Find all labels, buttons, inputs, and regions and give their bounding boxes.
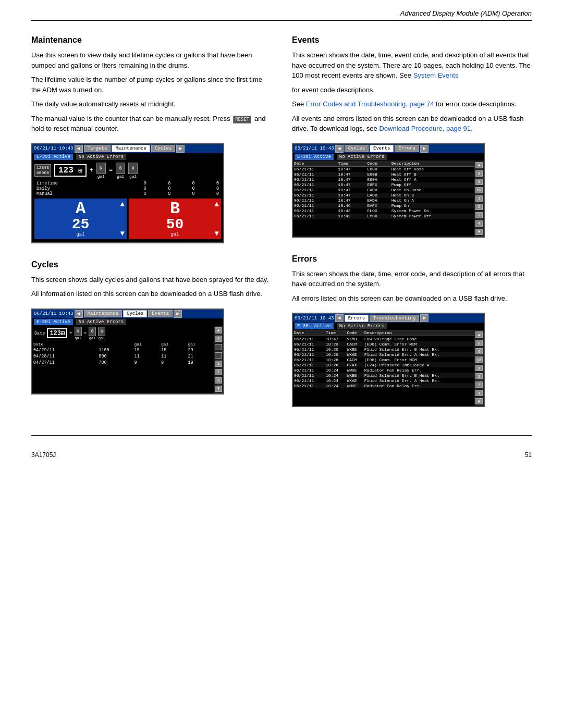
errors-fwd-btn[interactable]: ► bbox=[420, 314, 429, 322]
maint-tab-targets[interactable]: Targets bbox=[84, 145, 111, 152]
errors-scroll-8[interactable]: 8 bbox=[475, 340, 483, 346]
errors-scroll-1[interactable]: 1 bbox=[475, 365, 483, 371]
maint-status-active: E-30i Active bbox=[34, 154, 73, 160]
pump-b-up[interactable]: ▲ bbox=[215, 200, 219, 208]
errors-scroll-10[interactable]: 10 bbox=[475, 356, 483, 363]
download-link[interactable]: Download Procedure, page 91. bbox=[379, 125, 472, 132]
events-tab-events[interactable]: Events bbox=[370, 145, 394, 152]
table-row: 04/29/11 1100 15 15 29 bbox=[32, 347, 214, 353]
errors-tab-troubleshooting[interactable]: Troubleshooting bbox=[370, 315, 419, 322]
events-scroll-9[interactable]: 9 bbox=[475, 179, 483, 185]
maint-table: Lifetime 0 0 0 0 Daily 0 0 0 0 Manua bbox=[34, 181, 221, 196]
table-row: 04/27/11 700 9 9 19 bbox=[32, 360, 214, 366]
cycles-para-1: This screen shows daily cycles and gallo… bbox=[31, 275, 271, 285]
events-para-1: This screen shows the date, time, event … bbox=[292, 50, 532, 81]
events-para-2: for event code descriptions. bbox=[292, 85, 532, 95]
maintenance-para-2: The lifetime value is the number of pump… bbox=[31, 75, 271, 95]
cycles-scroll-up[interactable]: ▲ bbox=[215, 327, 222, 334]
table-row: Manual 0 0 0 0 bbox=[34, 191, 221, 196]
errors-screen-header: 06/21/11 10:43 ◄ Errors Troubleshooting … bbox=[293, 314, 484, 323]
table-row: 06/21/1110:46EAPXPump On bbox=[293, 203, 474, 208]
cycles-tab-events[interactable]: Events bbox=[148, 310, 172, 317]
maint-screen-header: 06/21/11 10:43 ◄ Targets Maintenance Cyc… bbox=[32, 144, 223, 153]
maintenance-para-4: The manual value is the counter that can… bbox=[31, 114, 271, 134]
events-scroll-4[interactable]: 4 bbox=[475, 220, 483, 227]
events-body: Date Time Code Description 06/21/1110:47… bbox=[293, 161, 484, 237]
table-row: 06/21/1110:26P7AX(E24) Pressure Imbalanc… bbox=[293, 362, 474, 367]
pump-b-display: ▲ B 50 gal ▼ bbox=[129, 199, 221, 239]
drum-icon-3: 🛢 bbox=[128, 163, 138, 174]
table-row: 06/21/1110:47E80HHeat Off Hose bbox=[293, 166, 474, 172]
maint-back-btn[interactable]: ◄ bbox=[75, 145, 83, 153]
pump-b-down[interactable]: ▼ bbox=[215, 229, 219, 238]
cycles-tab-cycles[interactable]: Cycles bbox=[123, 310, 147, 317]
cycles-drum-3: 🛢 bbox=[98, 327, 105, 336]
table-row: 06/21/1110:29CACM(E06) Comm. Error MCM bbox=[293, 341, 474, 347]
events-scroll-8[interactable]: 8 bbox=[475, 170, 483, 177]
table-row: 06/21/1110:47E60BHeat Off B bbox=[293, 172, 474, 177]
pump-a-display: ▲ A 25 gal ▼ bbox=[34, 199, 127, 239]
errors-status-active: E-30i Active bbox=[295, 323, 334, 329]
errors-para-2: All errors listed on this screen can be … bbox=[292, 293, 532, 304]
big-counter: 123 ⊞ bbox=[54, 164, 87, 177]
drum-icon-2: 🛢 bbox=[116, 163, 125, 174]
pump-a-up[interactable]: ▲ bbox=[120, 200, 125, 208]
cycles-tab-maint[interactable]: Maintenance bbox=[84, 310, 122, 317]
errors-scroll: ▲ 8 9 10 1 2 3 4 ▼ bbox=[474, 330, 484, 406]
events-tab-errors[interactable]: Errors bbox=[395, 145, 419, 152]
counter-box: 12345 00000 bbox=[34, 164, 51, 176]
errors-scroll-4[interactable]: 4 bbox=[475, 390, 483, 396]
footer-right: 51 bbox=[525, 451, 532, 459]
cycles-drum-1: 🛢 bbox=[75, 327, 82, 336]
table-row: 06/21/1110:26WKAEFluid Solenoid Err. A H… bbox=[293, 352, 474, 357]
cycles-back-btn[interactable]: ◄ bbox=[75, 310, 83, 318]
cycles-scroll-3[interactable]: 3 bbox=[215, 377, 222, 384]
errors-status-row: E-30i Active No Active Errors bbox=[293, 323, 484, 330]
maint-status-row: E-30i Active No Active Errors bbox=[32, 153, 223, 161]
cycles-table: Date gal gal gal 04/29/11 1100 bbox=[32, 341, 214, 366]
errors-tab-errors[interactable]: Errors bbox=[345, 315, 369, 322]
events-back-btn[interactable]: ◄ bbox=[335, 145, 344, 153]
table-row: Daily 0 0 0 0 bbox=[34, 186, 221, 191]
events-scroll-down[interactable]: ▼ bbox=[475, 229, 483, 235]
error-codes-link[interactable]: Error Codes and Troubleshooting, page 74 bbox=[306, 100, 434, 108]
cycles-scroll-2[interactable]: 2 bbox=[215, 369, 222, 375]
events-screen-header: 06/21/11 10:43 ◄ Cycles Events Errors ► bbox=[293, 144, 484, 153]
pumps-row: ▲ A 25 gal ▼ ▲ B 50 gal ▼ bbox=[34, 199, 221, 239]
cycles-scroll-down[interactable]: ▼ bbox=[215, 386, 222, 392]
errors-scroll-up[interactable]: ▲ bbox=[475, 331, 483, 338]
events-scroll-up[interactable]: ▲ bbox=[475, 162, 483, 168]
events-scroll-1[interactable]: 1 bbox=[475, 195, 483, 202]
events-status-errors: No Active Errors bbox=[337, 154, 387, 160]
table-row: 06/21/1110:24WMOERadiator Fan Relay Err. bbox=[293, 383, 474, 388]
errors-scroll-down[interactable]: ▼ bbox=[475, 398, 483, 404]
system-events-link[interactable]: System Events bbox=[413, 71, 459, 79]
cycles-col-v1: gal bbox=[133, 341, 160, 347]
errors-status-errors: No Active Errors bbox=[337, 323, 387, 329]
events-tab-cycles[interactable]: Cycles bbox=[345, 145, 369, 152]
maintenance-para-3: The daily value automatically resets at … bbox=[31, 99, 271, 109]
events-col-code: Code bbox=[366, 161, 390, 167]
pump-a-down[interactable]: ▼ bbox=[120, 229, 125, 238]
cycles-fwd-btn[interactable]: ► bbox=[174, 310, 182, 318]
cycles-status-active: E-30i Active bbox=[34, 319, 73, 325]
events-fwd-btn[interactable]: ► bbox=[420, 145, 429, 153]
right-column: Events This screen shows the date, time,… bbox=[292, 26, 532, 414]
errors-scroll-2[interactable]: 2 bbox=[475, 373, 483, 379]
events-scroll-10[interactable]: 10 bbox=[475, 187, 483, 193]
table-row: 06/21/1110:24WKAEFluid Solenoid Err. A H… bbox=[293, 378, 474, 383]
maint-tab-maintenance[interactable]: Maintenance bbox=[112, 145, 150, 152]
events-col-time: Time bbox=[337, 161, 366, 167]
maint-tab-cycles[interactable]: Cycles bbox=[151, 145, 175, 152]
maint-fwd-btn[interactable]: ► bbox=[176, 145, 185, 153]
cycles-scroll-1[interactable]: 1 bbox=[215, 361, 222, 367]
events-scroll-3[interactable]: 3 bbox=[475, 212, 483, 218]
errors-back-btn[interactable]: ◄ bbox=[335, 314, 344, 322]
cycles-scroll-4[interactable]: 4 bbox=[215, 336, 222, 342]
events-para-3: See Error Codes and Troubleshooting, pag… bbox=[292, 99, 532, 109]
errors-scroll-9[interactable]: 9 bbox=[475, 348, 483, 354]
cycles-col-cycles bbox=[97, 341, 133, 347]
events-scroll-2[interactable]: 2 bbox=[475, 204, 483, 210]
errors-scroll-3[interactable]: 3 bbox=[475, 381, 483, 388]
cycles-counter: 123⊞ bbox=[47, 328, 67, 338]
